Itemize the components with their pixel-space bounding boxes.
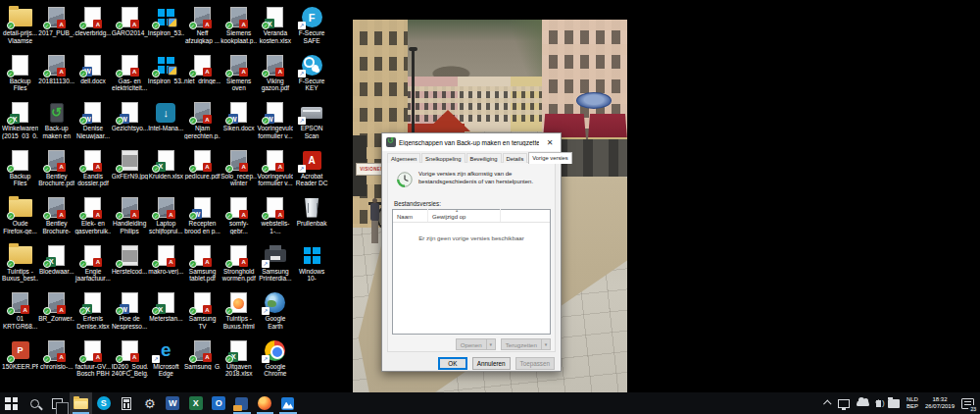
desktop-icon[interactable]: Backup Files 2019-07-26 ... <box>2 54 38 102</box>
open-dropdown-icon[interactable]: ▾ <box>486 339 495 349</box>
settings[interactable]: ⚙ <box>138 392 162 414</box>
mail[interactable] <box>230 392 254 414</box>
desktop-icon[interactable]: Vooringevuld formulier v... <box>257 101 293 149</box>
desktop-icon[interactable]: Viking gazon.pdf <box>257 54 293 102</box>
desktop-icon[interactable]: Hoe de Nespresso... <box>112 291 148 339</box>
desktop-icon[interactable]: Inspiron_53... <box>148 6 184 54</box>
dialog-titlebar[interactable]: Eigenschappen van Back-up maken en terug… <box>382 133 561 151</box>
desktop-icon[interactable]: Gas- en elektriciteit... <box>112 54 148 102</box>
desktop-icon[interactable]: Samsung_G... <box>184 339 220 388</box>
desktop-icon[interactable]: Tuintips - Buxus_best... <box>2 244 38 292</box>
language-indicator[interactable]: NLDBEP <box>906 392 918 414</box>
desktop-icon[interactable]: Kruiden.xlsx <box>148 149 184 197</box>
close-icon[interactable]: ✕ <box>539 133 561 151</box>
file-explorer[interactable] <box>70 392 93 414</box>
desktop-icon[interactable]: Acrobat Reader DC <box>294 149 330 197</box>
desktop-icon[interactable]: Intel-Mana... <box>148 101 184 149</box>
desktop-icon[interactable]: BR_Zonwer... <box>38 291 74 339</box>
outlook[interactable]: O <box>208 392 231 414</box>
desktop-icon[interactable]: Winkelwaren (2015_03_0... <box>2 101 38 149</box>
desktop-icon[interactable]: Herstelcod... <box>112 244 148 292</box>
desktop-icon[interactable]: somfy-gebr... <box>220 196 257 244</box>
desktop-icon[interactable]: Tuintips - Buxus.html <box>220 291 257 339</box>
action-center-icon[interactable]: 23 <box>961 392 974 414</box>
display-tray-icon[interactable] <box>838 392 850 414</box>
restore-dropdown-icon[interactable]: ▾ <box>541 339 550 349</box>
desktop-icon[interactable]: Bloedwaar... <box>38 244 74 292</box>
desktop-icon[interactable]: Uitgaven 2018.xlsx <box>220 339 257 388</box>
volume-icon[interactable] <box>876 392 881 414</box>
desktop-icon[interactable]: niet_dringe... <box>184 54 220 102</box>
photos[interactable] <box>276 392 300 414</box>
word[interactable]: W <box>162 392 185 414</box>
column-header-empty[interactable] <box>501 209 550 222</box>
restore-split-button[interactable]: Terugzetten ▾ <box>501 338 551 350</box>
desktop-icon[interactable]: Samsung TV UE48H8005... <box>184 291 220 339</box>
desktop-icon[interactable]: 2017_PUB_... <box>38 6 74 54</box>
desktop-icon[interactable]: Inspiron_53... <box>148 54 184 102</box>
tab-beveiliging[interactable]: Beveiliging <box>466 153 502 163</box>
desktop-icon[interactable]: Solo_recep... winter 2018... <box>220 149 257 197</box>
desktop-icon[interactable]: factuur-GV... Bosch PBH ... <box>74 339 111 388</box>
explorer-tray-icon[interactable] <box>888 392 900 414</box>
onedrive-cloud-icon[interactable] <box>857 392 869 414</box>
desktop-icon[interactable]: Gezichtsyo... <box>112 101 148 149</box>
desktop-icon[interactable]: GARO2014_... <box>112 6 148 54</box>
desktop-icon[interactable]: Back-up maken en t... <box>38 101 74 149</box>
desktop-icon[interactable]: 201811130... <box>38 54 74 102</box>
desktop-icon[interactable]: Elek- en gasverbruik... <box>74 196 111 244</box>
desktop-icon[interactable]: Meterstan... <box>148 291 184 339</box>
open-split-button[interactable]: Openen ▾ <box>456 338 496 350</box>
desktop-icon[interactable]: dell.docx <box>74 54 111 102</box>
desktop-icon[interactable]: F-Secure SAFE <box>294 6 330 54</box>
desktop-icon[interactable]: GxFErN9.jpg <box>112 149 148 197</box>
desktop-icon[interactable]: Stronghold wormen.pdf <box>220 244 257 292</box>
desktop-icon[interactable]: Denise Nieuwjaar... <box>74 101 111 149</box>
tab-vorige-versies[interactable]: Vorige versies <box>528 152 571 164</box>
ok-button[interactable]: OK <box>438 357 467 370</box>
desktop-icon[interactable]: Windows 10-updatea... <box>294 244 330 292</box>
desktop-icon[interactable]: webstelis-1-... <box>257 196 293 244</box>
desktop-icon[interactable]: pedicure.pdf <box>184 149 220 197</box>
desktop-icon[interactable]: Samsung tablet.pdf <box>184 244 220 292</box>
desktop-icon[interactable]: Handleiding Philips 591... <box>112 196 148 244</box>
firefox[interactable] <box>254 392 277 414</box>
desktop-icon[interactable]: Eandis dossier.pdf <box>74 149 111 197</box>
desktop-icon[interactable]: Siemens oven gebrui... <box>220 54 257 102</box>
column-header-naam[interactable]: Naam <box>393 209 428 222</box>
desktop-icon[interactable]: Engie jaarfactuur... <box>74 244 111 292</box>
desktop-icon[interactable]: Prullenbak <box>294 196 330 244</box>
desktop-icon[interactable]: Siemens kookplaat.p... <box>220 6 257 54</box>
desktop-icon[interactable]: F-Secure KEY <box>294 54 330 102</box>
desktop-icon[interactable]: Veranda kosten.xlsx <box>257 6 293 54</box>
desktop-icon[interactable]: Google Chrome <box>257 339 293 388</box>
desktop-icon[interactable]: Njam gerechten.p... <box>184 101 220 149</box>
start-button[interactable] <box>0 392 24 414</box>
desktop-icon[interactable]: ID260_Soud... 240FC_Belg... <box>112 339 148 388</box>
desktop-icon[interactable]: Samsung Printerdia... <box>257 244 293 292</box>
desktop-icon[interactable]: 150KEER.PPS <box>2 339 38 388</box>
desktop-icon[interactable]: detail-prijs... Vlaamse en... <box>2 6 38 54</box>
desktop-icon[interactable]: Vooringevuld formulier v... <box>257 149 293 197</box>
desktop-icon[interactable]: Erfenis Denise.xlsx <box>74 291 111 339</box>
apply-button[interactable]: Toepassen <box>515 357 555 370</box>
task-view-button[interactable] <box>46 392 70 414</box>
column-header-gewijzigd-op[interactable]: ▴ Gewijzigd op <box>428 209 501 222</box>
search-button[interactable] <box>24 392 47 414</box>
desktop-icon[interactable]: chronisio-... <box>38 339 74 388</box>
tab-snelkoppeling[interactable]: Snelkoppeling <box>421 153 465 163</box>
hidden-icons-chevron-icon[interactable] <box>825 392 831 414</box>
desktop-icon[interactable]: cleverbridg... <box>74 6 111 54</box>
desktop-icon[interactable]: Laptop schijfoprui... <box>148 196 184 244</box>
desktop-icon[interactable]: EPSON Scan <box>294 101 330 149</box>
desktop-icon[interactable]: makro-verj... <box>148 244 184 292</box>
tab-details[interactable]: Details <box>503 153 528 163</box>
desktop-icon[interactable]: 01 KRTGR68... <box>2 291 38 339</box>
desktop-icon[interactable]: Bentley Brochure-2... <box>38 196 74 244</box>
clock[interactable]: 18:3226/07/2019 <box>925 392 955 414</box>
desktop-icon[interactable]: Recepten brood en p... <box>184 196 220 244</box>
desktop-icon[interactable]: Backup Files 2019-07-22 ... <box>2 149 38 197</box>
versions-listview[interactable]: Naam ▴ Gewijzigd op Er zijn geen vorige … <box>392 209 551 335</box>
desktop-icon[interactable]: Neff afzuigkap ... <box>184 6 220 54</box>
desktop-icon[interactable]: Microsoft Edge <box>148 339 184 388</box>
